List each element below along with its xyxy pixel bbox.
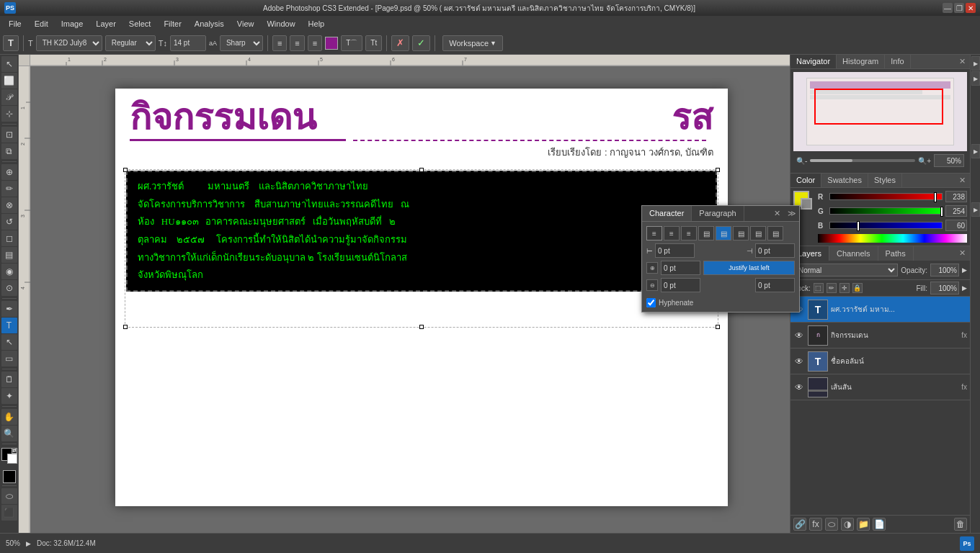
layer-item[interactable]: 👁 T ชื่อคอลัมน์ — [790, 349, 970, 374]
text-tool[interactable]: T — [1, 318, 17, 333]
handle-bl[interactable] — [123, 325, 128, 329]
g-value-input[interactable]: 254 — [945, 205, 967, 217]
tab-navigator[interactable]: Navigator — [790, 55, 837, 68]
magic-wand-tool[interactable]: ⊹ — [1, 106, 17, 122]
r-value-input[interactable]: 238 — [945, 191, 967, 202]
align-left-button[interactable]: ≡ — [272, 35, 287, 51]
space-right-input[interactable] — [755, 278, 795, 292]
warp-text-button[interactable]: T⌒ — [341, 35, 362, 51]
new-fill-adjustment-icon[interactable]: ◑ — [841, 518, 854, 531]
navigator-red-box[interactable] — [814, 89, 943, 125]
move-tool[interactable]: ↖ — [1, 56, 17, 72]
color-panel-close[interactable]: ✕ — [955, 174, 970, 187]
indent-left-input[interactable] — [655, 243, 695, 258]
align-center-button[interactable]: ≡ — [290, 35, 304, 51]
justify-right-btn[interactable]: ▤ — [750, 226, 766, 240]
zoom-in-icon[interactable]: 🔍+ — [918, 157, 931, 165]
menu-help[interactable]: Help — [303, 18, 331, 30]
menu-image[interactable]: Image — [55, 18, 89, 30]
tab-character[interactable]: Character — [642, 206, 692, 221]
g-slider-thumb[interactable] — [940, 207, 943, 217]
tab-channels[interactable]: Channels — [829, 246, 878, 261]
menu-filter[interactable]: Filter — [158, 18, 187, 30]
gradient-tool[interactable]: ▤ — [1, 247, 17, 263]
default-colors-icon[interactable] — [3, 470, 16, 483]
menu-window[interactable]: Window — [261, 18, 300, 30]
tab-swatches[interactable]: Swatches — [821, 174, 868, 187]
swap-colors-icon[interactable]: ⇄ — [12, 448, 17, 454]
space-before-input[interactable] — [661, 261, 700, 275]
status-arrow[interactable]: ▶ — [26, 540, 31, 547]
menu-view[interactable]: View — [231, 18, 260, 30]
b-slider-track[interactable] — [829, 222, 943, 229]
b-slider-thumb[interactable] — [857, 221, 860, 231]
menu-layer[interactable]: Layer — [90, 18, 122, 30]
quick-mask-icon[interactable]: ⬭ — [1, 488, 17, 504]
tab-styles[interactable]: Styles — [868, 174, 902, 187]
layer-visibility-icon[interactable]: 👁 — [793, 382, 805, 393]
cancel-button[interactable]: ✗ — [391, 35, 409, 51]
menu-edit[interactable]: Edit — [29, 18, 54, 30]
opacity-input[interactable]: 100% — [930, 264, 959, 276]
add-mask-icon[interactable]: ⬭ — [825, 518, 838, 531]
handle-br[interactable] — [716, 325, 720, 329]
align-right-btn[interactable]: ≡ — [681, 226, 697, 240]
zoom-value-input[interactable]: 50% — [934, 154, 964, 167]
opacity-arrow-icon[interactable]: ▶ — [962, 266, 967, 274]
status-zoom[interactable]: 50% — [6, 539, 20, 547]
menu-analysis[interactable]: Analysis — [189, 18, 230, 30]
char-panel-close[interactable]: ✕ — [770, 206, 785, 221]
handle-bm[interactable] — [419, 325, 424, 329]
maximize-button[interactable]: ❐ — [954, 3, 964, 13]
new-layer-icon[interactable]: 📄 — [873, 518, 886, 531]
pen-tool[interactable]: ✒ — [1, 301, 17, 317]
hand-tool[interactable]: ✋ — [1, 409, 17, 425]
space-after-input[interactable] — [661, 278, 700, 292]
panel-toggle-1[interactable]: ▶ — [971, 56, 980, 71]
zoom-slider-track[interactable] — [810, 159, 915, 162]
hyphenate-checkbox[interactable] — [646, 298, 656, 307]
panel-toggle-2[interactable]: ▶ — [971, 71, 980, 86]
screen-mode-icon[interactable]: ⬛ — [1, 505, 17, 521]
notes-tool[interactable]: 🗒 — [1, 372, 17, 387]
close-button[interactable]: ✕ — [966, 3, 976, 13]
zoom-tool[interactable]: 🔍 — [1, 426, 17, 441]
eraser-tool[interactable]: ◻ — [1, 230, 17, 246]
text-tool-button[interactable]: T — [3, 35, 19, 51]
tab-histogram[interactable]: Histogram — [837, 55, 885, 68]
bg-color-swatch[interactable] — [801, 198, 812, 210]
lasso-tool[interactable]: 𝒫 — [1, 89, 17, 105]
panel-toggle-3[interactable]: ▶ — [971, 144, 980, 158]
menu-file[interactable]: File — [3, 18, 27, 30]
lock-image-icon[interactable]: ✏ — [827, 283, 837, 293]
history-brush-tool[interactable]: ↺ — [1, 214, 17, 230]
zoom-out-icon[interactable]: 🔍- — [796, 157, 807, 165]
shape-tool[interactable]: ▭ — [1, 351, 17, 367]
new-group-icon[interactable]: 📁 — [857, 518, 870, 531]
delete-layer-icon[interactable]: 🗑 — [954, 518, 967, 531]
justify-left-btn[interactable]: ▤ — [716, 226, 731, 240]
tab-color[interactable]: Color — [790, 174, 821, 187]
panel-toggle-4[interactable]: ▶ — [971, 202, 980, 217]
layer-item[interactable]: 👁 T ผศ.วรารัชต์ มหาม... — [790, 297, 970, 323]
r-slider-thumb[interactable] — [934, 192, 937, 202]
layer-link-icon[interactable]: 🔗 — [793, 518, 806, 531]
healing-brush-tool[interactable]: ⊕ — [1, 164, 17, 180]
stamp-tool[interactable]: ⊗ — [1, 197, 17, 213]
tab-info[interactable]: Info — [885, 55, 910, 68]
layer-item[interactable]: 👁 ก กิจกรรมเดน fx — [790, 323, 970, 349]
layers-panel-close[interactable]: ✕ — [955, 246, 970, 261]
layer-item[interactable]: 👁 เส้นสัน fx — [790, 374, 970, 400]
marquee-tool[interactable]: ⬜ — [1, 73, 17, 89]
add-layer-style-icon[interactable]: fx — [809, 518, 822, 531]
fill-input[interactable]: 100% — [930, 282, 959, 295]
slice-tool[interactable]: ⧉ — [1, 143, 17, 159]
color-spectrum[interactable] — [818, 234, 967, 243]
justify-all-btn[interactable]: ▤ — [698, 226, 714, 240]
lock-position-icon[interactable]: ✛ — [839, 283, 850, 293]
justify-all2-btn[interactable]: ▤ — [767, 226, 783, 240]
character-panel-button[interactable]: Tt — [365, 35, 382, 51]
layer-visibility-icon[interactable]: 👁 — [793, 330, 805, 341]
tab-paragraph[interactable]: Paragraph — [692, 206, 744, 221]
font-style-dropdown[interactable]: Regular — [105, 35, 156, 51]
